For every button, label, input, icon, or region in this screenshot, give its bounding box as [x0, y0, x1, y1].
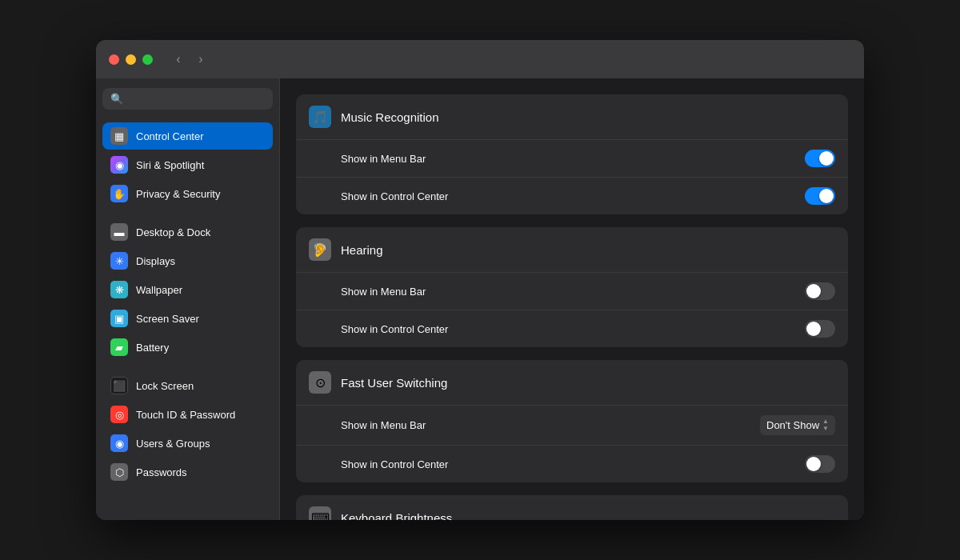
toggle-knob-hearing-0	[806, 284, 821, 298]
sidebar-item-wallpaper[interactable]: ❋Wallpaper	[102, 276, 273, 303]
setting-row-fast-user-switching-0: Show in Menu BarDon't Show▲▼	[296, 406, 848, 446]
section-header-hearing: 🦻Hearing	[296, 227, 848, 273]
sidebar-label-lock-screen: Lock Screen	[136, 380, 194, 392]
search-bar[interactable]: 🔍	[102, 88, 273, 110]
section-icon-hearing: 🦻	[309, 238, 331, 261]
section-icon-keyboard-brightness: ⌨	[309, 506, 331, 520]
section-keyboard-brightness: ⌨Keyboard Brightness	[296, 495, 848, 520]
maximize-button[interactable]	[142, 54, 153, 65]
setting-label-music-recognition-0: Show in Menu Bar	[341, 153, 426, 165]
titlebar-nav: ‹ ›	[169, 50, 210, 69]
minimize-button[interactable]	[126, 54, 136, 65]
sidebar-item-displays[interactable]: ✳Displays	[102, 247, 273, 274]
close-button[interactable]	[109, 54, 119, 65]
sidebar-label-siri-spotlight: Siri & Spotlight	[136, 159, 204, 171]
section-music-recognition: 🎵Music RecognitionShow in Menu BarShow i…	[296, 94, 848, 214]
sidebar-item-users-groups[interactable]: ◉Users & Groups	[102, 430, 273, 457]
sidebar-item-lock-screen[interactable]: ⬛Lock Screen	[102, 372, 273, 399]
sidebar-icon-privacy-security: ✋	[110, 185, 128, 202]
sidebar-item-passwords[interactable]: ⬡Passwords	[102, 458, 273, 486]
sidebar-label-screen-saver: Screen Saver	[136, 313, 199, 325]
section-header-fast-user-switching: ⊙Fast User Switching	[296, 360, 848, 406]
main-window: ‹ › 🔍 ▦Control Center◉Siri & Spotlight✋P…	[96, 40, 864, 520]
sidebar-divider	[102, 209, 273, 218]
setting-label-fast-user-switching-1: Show in Control Center	[341, 458, 448, 470]
sidebar-label-battery: Battery	[136, 342, 169, 354]
sidebar-icon-desktop-dock: ▬	[110, 223, 128, 241]
section-fast-user-switching: ⊙Fast User SwitchingShow in Menu BarDon'…	[296, 360, 848, 482]
setting-label-music-recognition-1: Show in Control Center	[341, 190, 448, 202]
dropdown-arrows-icon: ▲▼	[822, 418, 829, 432]
sidebar-item-control-center[interactable]: ▦Control Center	[102, 122, 273, 150]
sidebar-divider	[102, 362, 273, 372]
sidebar-item-touch-id[interactable]: ◎Touch ID & Password	[102, 401, 273, 428]
setting-row-hearing-1: Show in Control Center	[296, 310, 848, 347]
sidebar-label-desktop-dock: Desktop & Dock	[136, 226, 210, 238]
sidebar-label-users-groups: Users & Groups	[136, 438, 210, 450]
sidebar-item-battery[interactable]: ▰Battery	[102, 334, 273, 361]
titlebar: ‹ ›	[96, 40, 864, 78]
toggle-music-recognition-1[interactable]	[805, 187, 835, 205]
sidebar-icon-screen-saver: ▣	[110, 310, 128, 327]
sidebar-icon-users-groups: ◉	[110, 434, 128, 452]
sidebar-icon-passwords: ⬡	[110, 463, 128, 481]
toggle-knob-music-recognition-1	[819, 189, 834, 203]
sidebar-icon-siri-spotlight: ◉	[110, 156, 128, 174]
content-area: 🔍 ▦Control Center◉Siri & Spotlight✋Priva…	[96, 78, 864, 520]
setting-label-fast-user-switching-0: Show in Menu Bar	[341, 419, 426, 431]
toggle-hearing-1[interactable]	[805, 320, 835, 338]
section-hearing: 🦻HearingShow in Menu BarShow in Control …	[296, 227, 848, 347]
setting-row-hearing-0: Show in Menu Bar	[296, 273, 848, 310]
sidebar-label-touch-id: Touch ID & Password	[136, 409, 235, 421]
dropdown-fast-user-switching-0[interactable]: Don't Show▲▼	[760, 415, 835, 435]
setting-label-hearing-0: Show in Menu Bar	[341, 286, 426, 298]
sidebar-icon-touch-id: ◎	[110, 406, 128, 423]
sidebar-label-displays: Displays	[136, 255, 175, 267]
sidebar-icon-control-center: ▦	[110, 127, 128, 145]
section-header-keyboard-brightness: ⌨Keyboard Brightness	[296, 495, 848, 520]
sidebar-icon-wallpaper: ❋	[110, 281, 128, 298]
toggle-music-recognition-0[interactable]	[805, 150, 835, 167]
section-icon-fast-user-switching: ⊙	[309, 371, 331, 394]
sidebar: 🔍 ▦Control Center◉Siri & Spotlight✋Priva…	[96, 78, 280, 520]
sidebar-item-privacy-security[interactable]: ✋Privacy & Security	[102, 180, 273, 207]
toggle-hearing-0[interactable]	[805, 282, 835, 300]
sidebar-item-desktop-dock[interactable]: ▬Desktop & Dock	[102, 218, 273, 246]
sidebar-item-screen-saver[interactable]: ▣Screen Saver	[102, 305, 273, 332]
sidebar-item-siri-spotlight[interactable]: ◉Siri & Spotlight	[102, 151, 273, 178]
toggle-fast-user-switching-1[interactable]	[805, 455, 835, 473]
section-title-fast-user-switching: Fast User Switching	[341, 376, 447, 390]
search-icon: 🔍	[110, 93, 123, 105]
section-title-hearing: Hearing	[341, 243, 383, 257]
sidebar-icon-displays: ✳	[110, 252, 128, 270]
sections-container: 🎵Music RecognitionShow in Menu BarShow i…	[296, 94, 848, 520]
setting-row-fast-user-switching-1: Show in Control Center	[296, 446, 848, 482]
toggle-knob-hearing-1	[806, 322, 821, 336]
section-header-music-recognition: 🎵Music Recognition	[296, 94, 848, 140]
sidebar-icon-battery: ▰	[110, 338, 128, 356]
toggle-knob-music-recognition-0	[819, 151, 834, 166]
sidebar-label-passwords: Passwords	[136, 466, 187, 478]
setting-row-music-recognition-0: Show in Menu Bar	[296, 140, 848, 178]
forward-button[interactable]: ›	[191, 50, 210, 69]
section-title-music-recognition: Music Recognition	[341, 110, 439, 124]
setting-row-music-recognition-1: Show in Control Center	[296, 178, 848, 214]
sidebar-label-privacy-security: Privacy & Security	[136, 188, 220, 200]
toggle-knob-fast-user-switching-1	[806, 457, 821, 471]
sidebar-icon-lock-screen: ⬛	[110, 377, 128, 394]
section-title-keyboard-brightness: Keyboard Brightness	[341, 511, 452, 521]
sidebar-label-control-center: Control Center	[136, 130, 204, 142]
setting-label-hearing-1: Show in Control Center	[341, 323, 448, 335]
main-content: 🎵Music RecognitionShow in Menu BarShow i…	[280, 78, 864, 520]
dropdown-label-fast-user-switching-0: Don't Show	[766, 419, 819, 431]
section-icon-music-recognition: 🎵	[309, 106, 331, 128]
back-button[interactable]: ‹	[169, 50, 188, 69]
traffic-lights	[109, 54, 153, 65]
sidebar-items-container: ▦Control Center◉Siri & Spotlight✋Privacy…	[102, 122, 273, 486]
sidebar-label-wallpaper: Wallpaper	[136, 284, 182, 296]
